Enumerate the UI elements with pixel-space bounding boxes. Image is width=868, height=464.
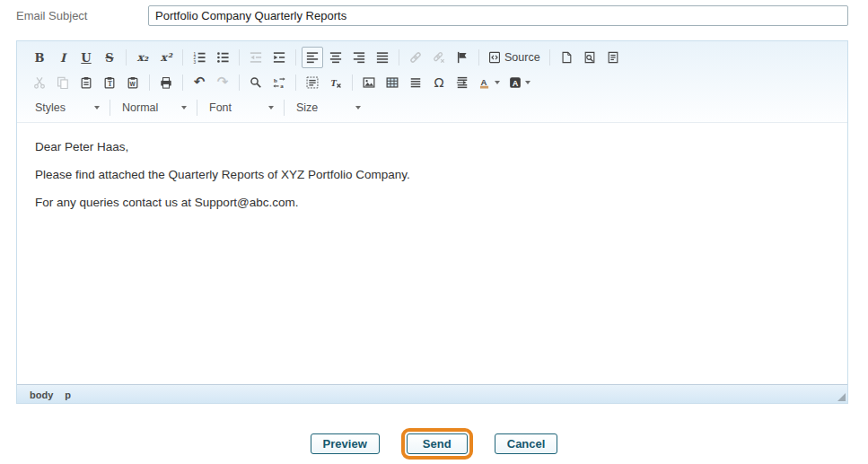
preview-button[interactable]: Preview [311, 433, 380, 454]
toolbar-separator [295, 74, 296, 91]
chevron-down-icon [355, 106, 361, 109]
copy-button [52, 72, 74, 93]
page-break-button[interactable] [452, 72, 473, 93]
svg-text:T: T [108, 80, 112, 88]
undo-button[interactable]: ↶ [189, 72, 210, 93]
subscript-button[interactable]: x₂ [132, 47, 153, 68]
unlink-button [428, 47, 450, 68]
paste-from-word-button[interactable]: W [122, 72, 144, 93]
strikethrough-button[interactable]: S [99, 47, 120, 68]
editor-content-area[interactable]: Dear Peter Haas,Please find attached the… [17, 123, 847, 384]
print-button[interactable] [155, 72, 177, 93]
svg-text:A: A [513, 79, 519, 88]
editor-toolbar: BIUSx₂x²123SourceTW↶↷baTΩAAStylesNormalF… [17, 41, 847, 123]
select-all-button[interactable] [302, 72, 323, 93]
decrease-indent-button [245, 47, 267, 68]
send-button[interactable]: Send [407, 433, 468, 454]
redo-icon: ↷ [217, 76, 229, 89]
element-path-body[interactable]: body [30, 390, 53, 400]
paragraph-format-dropdown-label: Normal [122, 101, 158, 114]
svg-text:3: 3 [193, 60, 196, 64]
styles-dropdown[interactable]: Styles [28, 97, 105, 118]
horizontal-line-icon [409, 76, 422, 89]
new-page-button[interactable] [556, 47, 577, 68]
email-subject-label: Email Subject [16, 9, 148, 22]
email-body-paragraph: For any queries contact us at Support@ab… [35, 195, 829, 210]
font-size-dropdown[interactable]: Size [289, 97, 366, 118]
cancel-button[interactable]: Cancel [495, 433, 558, 454]
toolbar-row-3: StylesNormalFontSize [28, 95, 840, 120]
source-icon [488, 51, 501, 64]
text-color-button[interactable]: A [475, 72, 504, 93]
toolbar-separator [197, 100, 197, 116]
paste-plain-text-icon: T [103, 76, 116, 89]
bulleted-list-button[interactable] [212, 47, 233, 68]
toolbar-separator [239, 49, 240, 66]
source-label: Source [504, 51, 540, 64]
underline-button[interactable]: U [75, 47, 97, 68]
increase-indent-button[interactable] [268, 47, 290, 68]
font-name-dropdown-label: Font [209, 101, 232, 114]
source-button[interactable]: Source [485, 47, 544, 68]
chevron-down-icon [495, 81, 500, 84]
anchor-button[interactable] [452, 47, 473, 68]
toolbar-separator [126, 49, 127, 66]
align-left-button[interactable] [302, 47, 323, 68]
align-center-button[interactable] [325, 47, 346, 68]
replace-button[interactable]: ba [268, 72, 290, 93]
chevron-down-icon [181, 106, 187, 109]
numbered-list-button[interactable]: 123 [189, 47, 210, 68]
copy-icon [57, 76, 69, 89]
align-justify-button[interactable] [372, 47, 393, 68]
table-icon [386, 76, 399, 89]
font-size-dropdown-label: Size [296, 101, 318, 114]
background-color-button[interactable]: A [505, 72, 534, 93]
background-color-icon: A [509, 76, 522, 89]
preview-page-button[interactable] [579, 47, 601, 68]
svg-text:a: a [280, 83, 284, 89]
align-right-button[interactable] [348, 47, 370, 68]
resize-handle-icon[interactable] [837, 393, 846, 401]
align-center-icon [329, 51, 342, 64]
increase-indent-icon [273, 51, 285, 64]
find-icon [250, 76, 262, 89]
align-left-icon [306, 51, 319, 64]
paste-from-word-icon: W [127, 76, 139, 89]
special-character-icon: Ω [434, 76, 443, 90]
toolbar-separator [182, 74, 183, 91]
toolbar-separator [399, 49, 399, 66]
paste-plain-text-button[interactable]: T [99, 72, 120, 93]
toolbar-separator [182, 49, 183, 66]
image-button[interactable] [358, 72, 380, 93]
paste-button[interactable] [75, 72, 97, 93]
subscript-icon: x₂ [137, 52, 148, 63]
find-button[interactable] [245, 72, 267, 93]
paragraph-format-dropdown[interactable]: Normal [115, 97, 192, 118]
templates-button[interactable] [602, 47, 624, 68]
toolbar-separator [149, 74, 150, 91]
email-subject-input[interactable] [148, 5, 848, 26]
horizontal-line-button[interactable] [405, 72, 426, 93]
email-body-paragraph: Dear Peter Haas, [35, 139, 829, 154]
toolbar-row-1: BIUSx₂x²123Source [28, 45, 840, 70]
superscript-button[interactable]: x² [155, 47, 177, 68]
table-button[interactable] [381, 72, 403, 93]
remove-format-button[interactable]: T [325, 72, 346, 93]
italic-button[interactable]: I [52, 47, 74, 68]
align-justify-icon [376, 51, 389, 64]
italic-icon: I [60, 52, 66, 64]
new-page-icon [560, 51, 573, 64]
text-color-icon: A [478, 76, 491, 89]
cut-icon [33, 76, 46, 89]
preview-page-icon [583, 51, 596, 64]
element-path-p[interactable]: p [65, 390, 71, 400]
unlink-icon [433, 51, 445, 64]
special-character-button[interactable]: Ω [428, 72, 450, 93]
toolbar-separator [110, 100, 110, 116]
font-name-dropdown[interactable]: Font [202, 97, 279, 118]
anchor-icon [456, 51, 469, 64]
editor-statusbar: bodyp [17, 384, 847, 403]
styles-dropdown-label: Styles [35, 101, 66, 114]
bold-button[interactable]: B [29, 47, 50, 68]
replace-icon: ba [273, 76, 285, 89]
